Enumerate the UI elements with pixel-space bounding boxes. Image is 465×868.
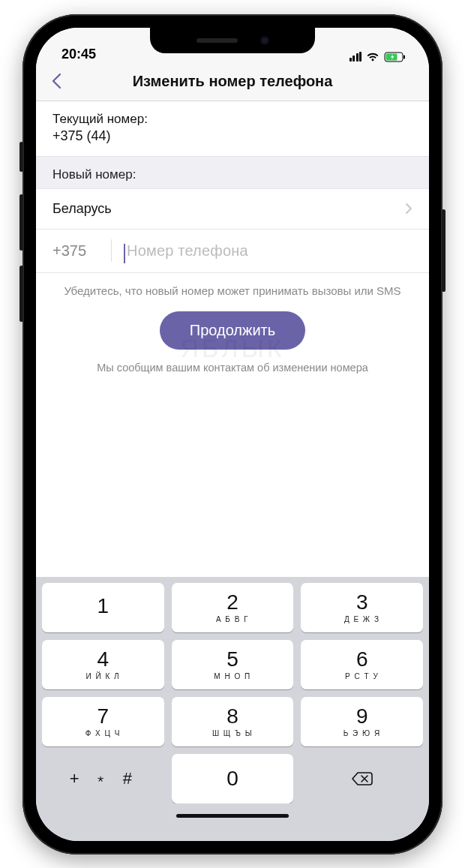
backspace-icon: [351, 771, 374, 786]
page-title: Изменить номер телефона: [72, 73, 414, 90]
power-button: [442, 209, 446, 292]
continue-button[interactable]: Продолжить: [160, 311, 305, 350]
mute-switch: [20, 142, 23, 172]
key-4[interactable]: 4И Й К Л: [42, 640, 164, 689]
status-time: 20:45: [62, 47, 96, 62]
new-number-header: Новый номер:: [36, 157, 429, 189]
key-6[interactable]: 6Р С Т У: [301, 640, 423, 689]
current-number-value: +375 (44): [52, 128, 412, 144]
home-indicator[interactable]: [176, 814, 289, 818]
key-8[interactable]: 8Ш Щ Ъ Ы: [172, 697, 294, 746]
current-number-block: Текущий номер: +375 (44): [36, 101, 429, 157]
chevron-right-icon: [405, 203, 412, 215]
key-2[interactable]: 2А Б В Г: [172, 583, 294, 632]
cellular-signal-icon: [350, 52, 362, 62]
back-button[interactable]: [51, 73, 72, 89]
earpiece: [196, 38, 238, 43]
key-7[interactable]: 7Ф Х Ц Ч: [42, 697, 164, 746]
volume-down-button: [20, 266, 23, 322]
country-code: +375: [52, 242, 111, 260]
key-1[interactable]: 1: [42, 583, 164, 632]
key-3[interactable]: 3Д Е Ж З: [301, 583, 423, 632]
country-name: Беларусь: [52, 201, 405, 217]
svg-rect-2: [404, 55, 405, 59]
key-symbols[interactable]: + ﹡ #: [42, 754, 164, 803]
phone-input-row[interactable]: +375 Номер телефона: [36, 230, 429, 273]
verify-hint: Убедитесь, что новый номер может принима…: [36, 273, 429, 299]
key-5[interactable]: 5М Н О П: [172, 640, 294, 689]
content-spacer: [36, 387, 429, 577]
country-selector-row[interactable]: Беларусь: [36, 189, 429, 230]
text-cursor: [124, 244, 125, 263]
phone-placeholder: Номер телефона: [127, 242, 248, 259]
phone-device-frame: 20:45 Изменить номер телефона Текущий но…: [22, 14, 442, 854]
input-divider: [111, 239, 112, 262]
key-0[interactable]: 0: [172, 754, 294, 803]
wifi-icon: [366, 52, 380, 62]
key-backspace[interactable]: [301, 754, 423, 803]
screen: 20:45 Изменить номер телефона Текущий но…: [36, 28, 429, 841]
chevron-left-icon: [51, 73, 62, 89]
numeric-keypad: 1 2А Б В Г 3Д Е Ж З 4И Й К Л 5М Н О П 6Р…: [36, 577, 429, 803]
key-9[interactable]: 9Ь Э Ю Я: [301, 697, 423, 746]
volume-up-button: [20, 194, 23, 251]
battery-charging-icon: [384, 52, 406, 62]
notify-hint: Мы сообщим вашим контактам об изменении …: [36, 357, 429, 387]
current-number-label: Текущий номер:: [52, 112, 412, 127]
phone-number-input[interactable]: Номер телефона: [127, 242, 412, 260]
home-indicator-area: [36, 803, 429, 841]
navigation-bar: Изменить номер телефона: [36, 65, 429, 101]
front-camera: [260, 36, 269, 45]
notch: [150, 28, 315, 53]
